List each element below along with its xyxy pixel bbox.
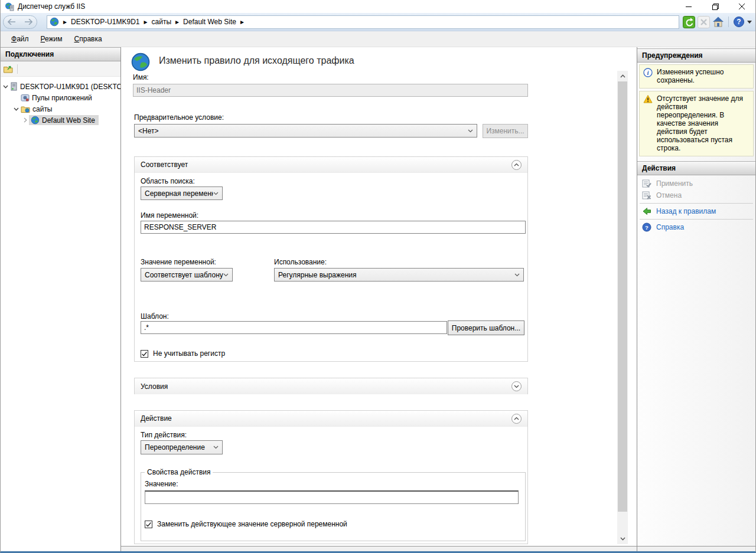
action-type-label: Тип действия: [141, 431, 187, 439]
test-pattern-button[interactable]: Проверить шаблон... [448, 320, 524, 335]
actions-header: Действия [637, 161, 755, 175]
tree-item-default-web-site[interactable]: Default Web Site [1, 114, 120, 126]
nav-pill [3, 15, 37, 29]
match-section-title: Соответствует [141, 161, 188, 169]
back-to-rules-label: Назад к правилам [656, 207, 716, 215]
close-button[interactable] [729, 0, 755, 13]
breadcrumb-item-default-web-site[interactable]: Default Web Site [183, 18, 236, 26]
alert-text: Изменения успешно сохранены. [657, 68, 748, 84]
restore-button[interactable] [702, 0, 729, 13]
usage-label: Использование: [274, 258, 327, 266]
back-arrow-icon [642, 207, 651, 216]
help-action[interactable]: ? Справка [637, 221, 755, 233]
name-input[interactable] [133, 84, 528, 97]
globe-icon [31, 116, 40, 125]
chevron-down-icon [468, 129, 473, 133]
back-to-rules-action[interactable]: Назад к правилам [637, 205, 755, 217]
precondition-select[interactable]: <Нет> [134, 124, 477, 138]
iis-manager-window: Диспетчер служб IIS ▸ DESKTOP-U1 [0, 0, 756, 553]
chevron-down-icon[interactable] [747, 21, 752, 24]
tree-item-server[interactable]: DESKTOP-U1MK9D1 (DESKTOI [1, 81, 120, 92]
minimize-button[interactable] [676, 0, 702, 13]
scrollbar-thumb[interactable] [618, 81, 627, 512]
precondition-value: <Нет> [138, 127, 468, 135]
help-label: Справка [656, 223, 684, 231]
action-value-input[interactable] [145, 490, 519, 504]
action-section-header[interactable]: Действие [135, 411, 527, 427]
page-title: Изменить правило для исходящего трафика [159, 55, 354, 66]
variable-name-input[interactable] [141, 221, 526, 234]
variable-value-select[interactable]: Соответствует шаблону [141, 268, 233, 282]
scroll-up-icon[interactable] [617, 71, 628, 81]
apply-action[interactable]: Применить [637, 178, 755, 189]
menu-file[interactable]: Файл [5, 32, 35, 45]
usage-select[interactable]: Регулярные выражения [274, 268, 524, 282]
variable-value-value: Соответствует шаблону [145, 271, 223, 279]
refresh-icon[interactable] [683, 16, 695, 28]
conditions-section-header[interactable]: Условия [135, 378, 527, 394]
action-value-label: Значение: [145, 480, 178, 488]
chevron-down-icon [213, 192, 219, 195]
collapse-icon[interactable] [511, 160, 522, 170]
alert-warning: Отсутствует значение для действия переоп… [639, 91, 754, 156]
action-type-value: Переопределение [145, 443, 213, 451]
selected-tree-item[interactable]: Default Web Site [29, 115, 99, 125]
variable-value-label: Значение переменной: [141, 258, 216, 266]
expand-icon[interactable] [511, 381, 522, 391]
ignore-case-checkbox[interactable]: Не учитывать регистр [141, 349, 225, 358]
expander-closed-icon[interactable] [22, 117, 29, 123]
connections-header: Подключения [1, 47, 120, 61]
tree-item-app-pools[interactable]: Пулы приложений [1, 92, 120, 103]
server-icon [9, 82, 18, 91]
cancel-label: Отмена [656, 191, 682, 199]
action-properties-group: Свойства действия Значение: Заменить дей… [141, 472, 526, 541]
scroll-down-icon[interactable] [617, 534, 628, 544]
alert-text: Отсутствует значение для действия переоп… [657, 94, 748, 152]
collapse-icon[interactable] [511, 414, 522, 424]
breadcrumb-separator-icon: ▸ [175, 18, 179, 26]
help-icon: ? [642, 222, 651, 232]
match-section-header[interactable]: Соответствует [135, 157, 527, 173]
window-title: Диспетчер служб IIS [18, 2, 676, 11]
pattern-input[interactable] [141, 321, 447, 334]
usage-value: Регулярные выражения [278, 271, 514, 279]
menu-help[interactable]: Справка [69, 32, 108, 45]
vertical-scrollbar[interactable] [617, 71, 628, 544]
iis-app-icon [5, 2, 14, 11]
tree-item-sites[interactable]: сайты [1, 103, 120, 114]
breadcrumb-item-sites[interactable]: сайты [152, 18, 172, 26]
breadcrumb-separator-icon: ▸ [240, 18, 244, 26]
chevron-down-icon [213, 446, 219, 449]
scope-label: Область поиска: [141, 177, 195, 185]
action-type-select[interactable]: Переопределение [141, 440, 223, 454]
pattern-label: Шаблон: [141, 312, 169, 320]
panel-bottom-strip [637, 546, 755, 551]
connections-panel: Подключения [1, 47, 121, 551]
apply-label: Применить [656, 179, 693, 188]
warning-icon [643, 94, 653, 104]
cancel-action[interactable]: Отмена [637, 189, 755, 201]
menu-view[interactable]: Режим [35, 32, 69, 45]
checkbox-checked-icon[interactable] [145, 521, 152, 528]
connections-toolbar [1, 61, 120, 77]
expander-open-icon[interactable] [3, 85, 8, 89]
breadcrumb-separator-icon: ▸ [63, 18, 67, 26]
edit-precondition-button[interactable]: Изменить... [483, 124, 528, 138]
toolbar-divider [17, 64, 18, 74]
home-icon[interactable] [712, 16, 724, 28]
stop-icon[interactable] [698, 16, 710, 28]
checkbox-checked-icon[interactable] [141, 350, 148, 358]
variable-name-label: Имя переменной: [141, 211, 198, 220]
scope-select[interactable]: Серверная переменн [141, 186, 223, 200]
globe-icon[interactable] [50, 17, 59, 27]
forward-icon[interactable] [24, 19, 32, 25]
expander-open-icon[interactable] [12, 107, 19, 111]
save-connection-icon[interactable] [3, 64, 14, 74]
scope-value: Серверная переменн [145, 189, 213, 198]
breadcrumb-item-server[interactable]: DESKTOP-U1MK9D1 [71, 18, 139, 26]
tree-item-label: сайты [32, 105, 53, 113]
replace-value-checkbox[interactable]: Заменить действующее значение серверной … [145, 520, 347, 528]
help-icon[interactable]: ? [733, 16, 745, 28]
back-icon[interactable] [8, 19, 16, 25]
actions-divider [640, 219, 753, 220]
